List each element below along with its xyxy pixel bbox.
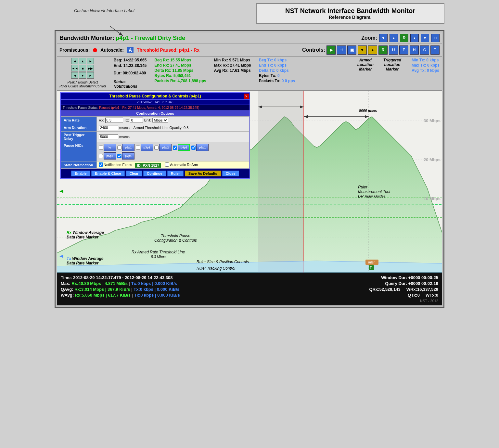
nic-p2p1-check[interactable]	[117, 146, 122, 150]
btn-save-defaults[interactable]: Save As Defaults	[185, 171, 221, 176]
ctrl-btn-up[interactable]: ▲	[368, 45, 377, 55]
zoom-btn-down[interactable]: ▼	[379, 34, 388, 42]
arm-rate-unit-select[interactable]: Mbps kbps	[152, 118, 168, 123]
svg-text:T: T	[370, 266, 372, 270]
nav-btn-center[interactable]: ■	[79, 65, 86, 71]
auto-rearm-checkbox[interactable]	[165, 162, 169, 167]
time-stats: Beg: 14:22:35.665 End: 14:22:38.145 Dur:…	[114, 58, 147, 89]
post-trigger-input[interactable]	[99, 134, 118, 139]
nic-p5p1[interactable]: p5p1	[191, 144, 209, 151]
nic-p5p1-check[interactable]	[191, 146, 196, 150]
ctrl-btn-r[interactable]: R	[378, 45, 388, 55]
nav-btn-right2[interactable]: ►	[87, 72, 94, 79]
nav-btn-right-peak[interactable]: ►	[87, 58, 94, 64]
nav-btn-up[interactable]: ▲	[79, 58, 86, 64]
rx-armed-threshold-annotation: Rx Armed Rate Threshold Line 8.3 Mbps	[132, 250, 185, 259]
qavg-row: QAvg: Rx:3.014 Mbps | 367.9 KiB/s | Tx:0…	[61, 287, 179, 292]
arm-rate-label: Arm Rate	[61, 117, 97, 124]
zoom-btn-square[interactable]: □	[431, 34, 440, 42]
mbps-10-label: 10 Mbps	[424, 196, 441, 201]
triggered-location-marker: TriggeredLocationMarker	[383, 58, 401, 71]
nic-p5p2-check[interactable]	[99, 154, 103, 158]
title-box: NST Network Interface Bandwidth Monitor …	[256, 3, 444, 24]
state-notification-row: State Notification Notification Execs ID…	[61, 161, 250, 169]
nic-lo-check[interactable]	[99, 146, 103, 150]
ctrl-btn-stop[interactable]: ▣	[347, 45, 356, 55]
post-trigger-annotation: 5000 msec	[359, 109, 377, 112]
nav-btn-left2[interactable]: ◄	[71, 72, 78, 79]
threshold-paused-text: Threshold Paused: p4p1 - Rx	[137, 47, 199, 53]
btn-ruler[interactable]: Ruler	[167, 171, 184, 176]
nic-p5p2[interactable]: p5p2	[99, 152, 116, 160]
popup-datetime: 2012-08-29 14:13:52.348	[61, 100, 250, 105]
ruler-measurement-annotation: RulerMeasurement Tool L/R Ruler Guides	[358, 185, 390, 198]
arm-threshold-opacity-label: Armed Threshold Line Opacity: 0.8	[133, 126, 188, 130]
page-title: NST Network Interface Bandwidth Monitor	[263, 7, 437, 15]
bottom-panel: Time: 2012-08-29 14:22:17.479 - 2012-08-…	[57, 273, 442, 305]
nic-p3p1[interactable]: p3p1	[136, 144, 153, 151]
btn-clear[interactable]: Clear	[126, 171, 142, 176]
zoom-btn-up2[interactable]: ▲	[410, 34, 419, 42]
arm-rate-rx-input[interactable]	[105, 118, 123, 123]
zoom-btn-up[interactable]: ▲	[390, 34, 398, 42]
nav-btn-next[interactable]: ▶▶	[87, 65, 94, 71]
armed-location-marker: ArmedLocationMarker	[357, 58, 374, 71]
ctrl-btn-t[interactable]: T	[430, 45, 440, 55]
ctrl-btn-f[interactable]: F	[399, 45, 408, 55]
dur-time: 00:00:02.480	[123, 71, 146, 75]
btn-close[interactable]: Close	[222, 171, 239, 176]
popup-buttons-row: Enable Enable & Close Clear Continue Rul…	[61, 169, 250, 178]
nic-p7p1-check[interactable]	[117, 154, 122, 158]
ctrl-btn-play[interactable]: ▶	[326, 45, 336, 55]
tx-stats: Beg Tx: 0 kbps End Tx: 0 kbps Delta Tx: …	[259, 58, 295, 83]
nic-p3p2-check[interactable]	[154, 146, 159, 150]
zoom-btn-r[interactable]: R	[400, 34, 408, 42]
qrx-wrx: QRx:52,528,143 WRx:16,337,529	[369, 287, 439, 292]
arm-duration-fields: msecs Armed Threshold Line Opacity: 0.8	[97, 124, 250, 132]
auto-rearm-check-label[interactable]: Automatic ReArm	[165, 162, 198, 167]
interface-name: p4p1 - Firewall Dirty Side	[116, 35, 185, 42]
nav-btn-prev[interactable]: ◄◄	[71, 65, 78, 71]
autoscale-badge: A	[127, 47, 134, 53]
state-notification-label: State Notification	[61, 161, 97, 169]
notification-id-badge: ID: PXN-1827	[135, 163, 161, 168]
ruler-tracking-annotation: Ruler Tracking Control	[197, 266, 235, 271]
max-row: Max: Rx:40.86 Mbps | 4.871 MiB/s | Tx:0 …	[61, 281, 177, 286]
ctrl-btn-h[interactable]: H	[410, 45, 419, 55]
ctrl-btn-c[interactable]: C	[420, 45, 429, 55]
nic-p3p1-check[interactable]	[136, 146, 140, 150]
btn-enable[interactable]: Enable	[71, 171, 90, 176]
ctrl-btn-down[interactable]: ▼	[358, 45, 367, 55]
notification-execs-check-label[interactable]: Notification Execs	[99, 162, 132, 167]
btn-continue[interactable]: Continue	[143, 171, 166, 176]
mbps-30-label: 30 Mbps	[424, 118, 441, 123]
notification-execs-checkbox[interactable]	[99, 162, 103, 167]
wavg-row: WAvg: Rx:5.060 Mbps | 617.7 KiB/s | Tx:0…	[61, 293, 180, 298]
rx-window-avg-annotation: Rx Window AverageData Rate Marker	[67, 230, 104, 239]
popup-close-button[interactable]: ✕	[244, 94, 249, 99]
arm-duration-input[interactable]	[99, 125, 118, 130]
nic-p7p1[interactable]: p7p1	[117, 152, 134, 160]
bandwidth-monitor-label: Bandwidth Monitor:	[59, 35, 114, 42]
ruler-size-pos-annotation: Ruler Size & Position Controls	[197, 260, 249, 264]
ctrl-btn-u[interactable]: U	[389, 45, 398, 55]
promiscuous-label: Promiscuous:	[59, 47, 90, 53]
nic-p2p1[interactable]: p2p1	[117, 144, 134, 151]
peak-trough-label: Peak / Trough DetectRuler Guides Movemen…	[59, 81, 106, 88]
nav-btn-down[interactable]: ▼	[79, 72, 86, 79]
nic-lo[interactable]: lo	[99, 144, 116, 151]
svg-marker-18	[59, 190, 63, 193]
nic-p3p2[interactable]: p3p2	[154, 144, 172, 151]
annotation-custom-label: Custom Network Interface Label	[74, 8, 134, 14]
ctrl-btn-pause[interactable]: ⊣	[337, 45, 346, 55]
nic-p4p1-check[interactable]	[173, 146, 177, 150]
arm-rate-fields: Rx: Tx: Unit: Mbps kbps	[97, 117, 250, 124]
arm-rate-row: Arm Rate Rx: Tx: Unit: Mbps kbps	[61, 117, 250, 124]
arm-rate-tx-input[interactable]	[130, 118, 143, 123]
pause-nics-label: Pause NICs	[61, 142, 97, 161]
btn-enable-close[interactable]: Enable & Close	[91, 171, 124, 176]
autoscale-label: Autoscale:	[100, 47, 124, 53]
zoom-btn-down2[interactable]: ▼	[421, 34, 429, 42]
nic-p4p1[interactable]: p4p1	[173, 144, 190, 151]
nav-btn-left-peak[interactable]: ◄	[71, 58, 78, 64]
